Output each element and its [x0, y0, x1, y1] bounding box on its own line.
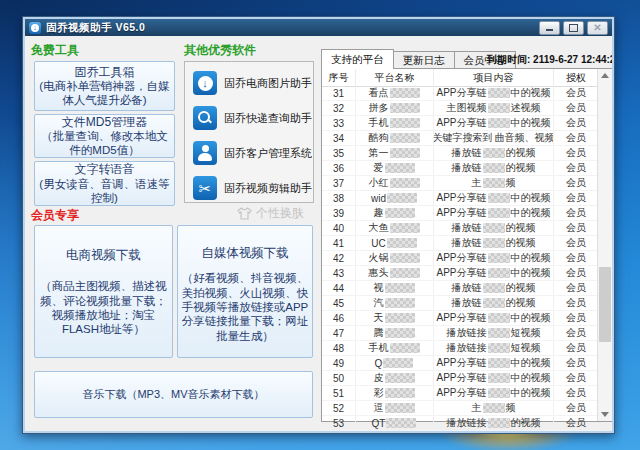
free-tools-header: 免费工具: [31, 42, 79, 59]
scroll-thumb[interactable]: [599, 267, 611, 342]
table-row[interactable]: 46天APP分享链中的视频会员: [322, 311, 598, 326]
project-content-cell: 播放链的视频: [434, 296, 554, 310]
content-text-post: 中的视频: [511, 371, 551, 385]
table-row[interactable]: 37小红主频会员: [322, 176, 598, 191]
table-row[interactable]: 31看点APP分享链中的视频会员: [322, 86, 598, 101]
tab-supported-platforms[interactable]: 支持的平台: [321, 49, 394, 69]
platform-name-cell: 腾: [356, 326, 434, 340]
selfmedia-video-desc: （好看视频、抖音视频、美拍视频、火山视频、快手视频等播放链接或APP分享链接批量…: [181, 271, 309, 343]
table-row[interactable]: 35第一播放链的视频会员: [322, 146, 598, 161]
project-content-cell: 播放链接短视频: [434, 341, 554, 355]
content-text-pre: APP分享链: [436, 266, 486, 280]
table-row[interactable]: 43惠头APP分享链中的视频会员: [322, 266, 598, 281]
content-text-pre: APP分享链: [436, 116, 486, 130]
censored-region: [390, 223, 420, 233]
project-content-cell: 播放链的视频: [434, 161, 554, 175]
md5-manager-button[interactable]: 文件MD5管理器 （批量查询、修改本地文件的MD5值）: [34, 114, 175, 158]
project-content-cell: 关键字搜索到曲音频、视频: [434, 131, 554, 145]
auth-level-cell: 会员: [554, 251, 598, 265]
col-header-auth[interactable]: 授权: [554, 69, 598, 86]
table-row[interactable]: 48手机播放链接短视频会员: [322, 341, 598, 356]
auth-level-cell: 会员: [554, 146, 598, 160]
table-scrollbar[interactable]: [597, 69, 612, 421]
censored-region: [390, 253, 420, 263]
platform-name-text: 火锅: [369, 251, 389, 265]
censored-region: [385, 328, 415, 338]
project-content-cell: APP分享链中的视频: [434, 251, 554, 265]
platform-table: 序号 平台名称 项目内容 授权 31看点APP分享链中的视频会员32拼多主图视频…: [321, 68, 612, 422]
content-text-pre: 播放链: [452, 296, 482, 310]
table-row[interactable]: 32拼多主图视频述视频会员: [322, 101, 598, 116]
tab-update-log[interactable]: 更新日志: [393, 51, 455, 69]
censored-region: [488, 253, 510, 263]
censored-region: [488, 268, 510, 278]
minimize-button[interactable]: [539, 21, 560, 35]
table-row[interactable]: 41UC播放链的视频会员: [322, 236, 598, 251]
platform-name-cell: 爱: [356, 161, 434, 175]
maximize-button[interactable]: [563, 21, 584, 35]
ecommerce-video-download-button[interactable]: 电商视频下载 （商品主图视频、描述视频、评论视频批量下载；视频播放地址；淘宝FL…: [34, 225, 173, 358]
scroll-down-button[interactable]: [598, 408, 612, 421]
express-search-icon: [193, 106, 217, 130]
table-row[interactable]: 49QAPP分享链中的视频会员: [322, 356, 598, 371]
skin-change-button[interactable]: 个性换肤: [237, 205, 304, 222]
censored-region: [483, 298, 505, 308]
software-item-image-assistant[interactable]: ↓ 固乔电商图片助手: [193, 70, 312, 96]
scroll-up-button[interactable]: [598, 69, 612, 82]
content-text-post: 的视频: [506, 146, 536, 160]
col-header-content[interactable]: 项目内容: [434, 69, 554, 86]
project-content-cell: APP分享链中的视频: [434, 356, 554, 370]
table-row[interactable]: 52逗主频会员: [322, 401, 598, 416]
table-row[interactable]: 44视播放链的视频会员: [322, 281, 598, 296]
table-row[interactable]: 38widAPP分享链中的视频会员: [322, 191, 598, 206]
platform-name-cell: 惠头: [356, 266, 434, 280]
table-row[interactable]: 34酷狗关键字搜索到曲音频、视频会员: [322, 131, 598, 146]
platform-name-text: 天: [374, 311, 384, 325]
censored-region: [488, 193, 510, 203]
text-to-speech-button[interactable]: 文字转语音 (男女读音、音调、语速等控制): [34, 161, 175, 206]
platform-name-cell: 逗: [356, 401, 434, 415]
col-header-index[interactable]: 序号: [322, 69, 356, 86]
music-download-button[interactable]: 音乐下载（MP3、MV音乐素材下载）: [34, 371, 313, 418]
table-row[interactable]: 39趣APP分享链中的视频会员: [322, 206, 598, 221]
close-button[interactable]: ✕: [587, 21, 608, 35]
software-item-customer-mgmt[interactable]: 固乔客户管理系统: [193, 140, 312, 166]
table-row[interactable]: 42火锅APP分享链中的视频会员: [322, 251, 598, 266]
content-text-post: 中的视频: [511, 206, 551, 220]
table-row[interactable]: 53QT播放链接的视频会员: [322, 416, 598, 431]
auth-level-cell: 会员: [554, 281, 598, 295]
table-row[interactable]: 33手机APP分享链中的视频会员: [322, 116, 598, 131]
toolbox-button[interactable]: 固乔工具箱 (电商补单营销神器，自媒体人气提升必备): [34, 61, 175, 111]
table-row[interactable]: 50皮APP分享链中的视频会员: [322, 371, 598, 386]
table-row[interactable]: 36爱播放链的视频会员: [322, 161, 598, 176]
content-text-pre: APP分享链: [436, 371, 486, 385]
tts-button-title: 文字转语音: [75, 162, 135, 177]
col-header-platform[interactable]: 平台名称: [356, 69, 434, 86]
censored-region: [390, 133, 420, 143]
censored-region: [488, 388, 510, 398]
content-text-post: 中的视频: [511, 386, 551, 400]
platform-name-cell: 皮: [356, 371, 434, 385]
table-row[interactable]: 47腾播放链接短视频会员: [322, 326, 598, 341]
software-item-express-query[interactable]: 固乔快递查询助手: [193, 105, 312, 131]
platform-name-cell: 趣: [356, 206, 434, 220]
platform-name-text: 惠头: [369, 266, 389, 280]
table-row[interactable]: 45汽播放链的视频会员: [322, 296, 598, 311]
titlebar[interactable]: ↓ 固乔视频助手 V65.0 ✕: [25, 19, 612, 36]
censored-region: [483, 178, 505, 188]
right-panel-tabs: 支持的平台 更新日志 会员中心: [321, 49, 515, 69]
software-item-label: 固乔视频剪辑助手: [224, 181, 312, 196]
platform-name-cell: QT: [356, 416, 434, 430]
content-text-pre: 播放链: [452, 161, 482, 175]
content-text-pre: APP分享链: [436, 356, 486, 370]
platform-name-text: UC: [371, 238, 385, 249]
software-item-video-clip[interactable]: ✂ 固乔视频剪辑助手: [193, 175, 312, 201]
table-row[interactable]: 40大鱼播放链的视频会员: [322, 221, 598, 236]
platform-name-text: 手机: [369, 116, 389, 130]
selfmedia-video-download-button[interactable]: 自媒体视频下载 （好看视频、抖音视频、美拍视频、火山视频、快手视频等播放链接或A…: [177, 225, 313, 358]
project-content-cell: APP分享链中的视频: [434, 371, 554, 385]
platform-name-cell: 酷狗: [356, 131, 434, 145]
censored-region: [390, 268, 420, 278]
table-row[interactable]: 51彩APP分享链中的视频会员: [322, 386, 598, 401]
project-content-cell: APP分享链中的视频: [434, 86, 554, 100]
